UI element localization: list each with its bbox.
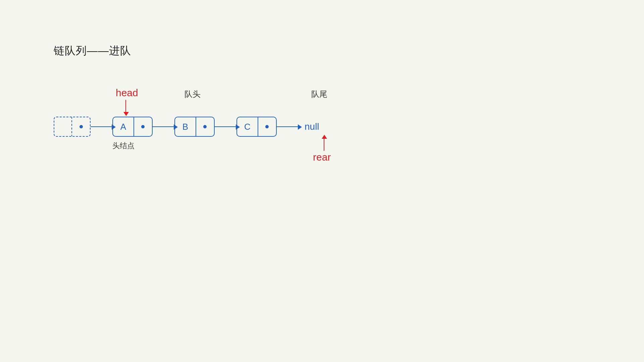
node-c-pointer <box>258 117 276 137</box>
head-node-left <box>54 117 72 137</box>
node-c-pointer-dot <box>265 125 269 128</box>
node-a-data: A <box>113 117 134 137</box>
head-node <box>54 117 91 137</box>
node-a: A <box>112 117 153 137</box>
rear-arrow-up <box>324 138 324 151</box>
node-b-pointer <box>196 117 214 137</box>
head-arrow-down <box>125 100 126 113</box>
node-c: C <box>236 117 277 137</box>
arrow-connector-b-to-c <box>215 126 236 127</box>
arrow-line <box>153 126 174 127</box>
node-b-data: B <box>175 117 196 137</box>
arrow-connector-a-to-b <box>153 126 174 127</box>
head-node-pointer-dot <box>79 125 83 128</box>
queue-tail-label: 队尾 <box>311 89 327 100</box>
page-title: 链队列——进队 <box>54 44 131 58</box>
arrow-connector-head-to-a <box>91 126 112 127</box>
node-b: B <box>174 117 215 137</box>
node-b-letter: B <box>182 122 188 132</box>
head-node-right <box>72 117 90 137</box>
node-a-pointer-dot <box>141 125 145 128</box>
node-b-pointer-dot <box>203 125 207 128</box>
diagram-area: head 队头 队尾 A <box>54 87 356 188</box>
node-c-data: C <box>237 117 258 137</box>
rear-pointer-label: rear <box>313 152 331 163</box>
arrow-connector-c-to-null <box>277 126 299 127</box>
null-label: null <box>305 121 319 132</box>
queue-head-label: 队头 <box>184 89 201 100</box>
head-pointer-label: head <box>116 87 138 99</box>
arrow-line <box>277 126 299 127</box>
arrow-line <box>91 126 112 127</box>
node-a-letter: A <box>120 122 126 132</box>
nodes-row: A B C <box>54 117 319 137</box>
arrow-line <box>215 126 236 127</box>
head-node-label: 头结点 <box>112 141 135 151</box>
node-a-pointer <box>134 117 152 137</box>
node-c-letter: C <box>244 122 251 132</box>
